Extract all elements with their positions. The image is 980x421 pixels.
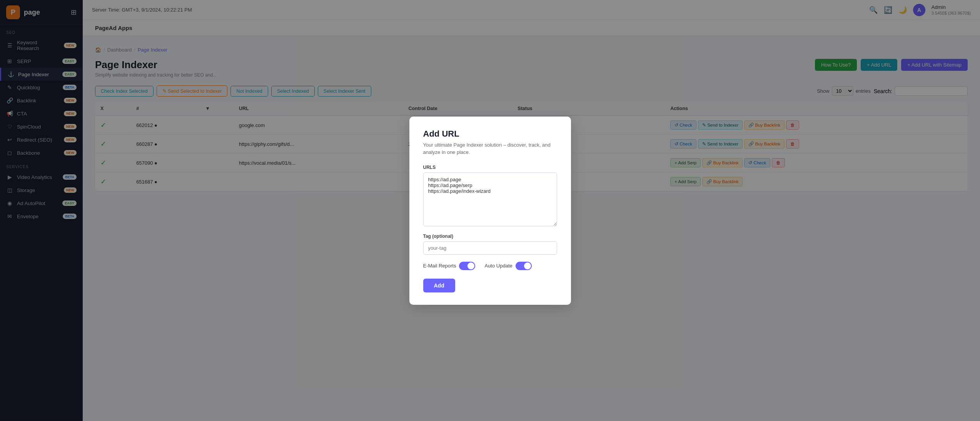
- email-reports-toggle[interactable]: ✓: [459, 262, 475, 270]
- modal-title: Add URL: [423, 129, 557, 139]
- auto-update-toggle[interactable]: ✓: [516, 262, 532, 270]
- toggle-check-icon: ✓: [527, 263, 530, 268]
- modal-overlay[interactable]: Add URL Your ultimate Page Indexer solut…: [0, 0, 980, 421]
- toggle-check-icon: ✓: [470, 263, 474, 268]
- email-reports-toggle-group: E-Mail Reports ✓: [423, 262, 476, 270]
- urls-textarea[interactable]: https://ad.page https://ad.page/serp htt…: [423, 172, 557, 226]
- modal-subtitle: Your ultimate Page Indexer solution – di…: [423, 141, 557, 156]
- add-url-modal: Add URL Your ultimate Page Indexer solut…: [409, 117, 571, 305]
- add-button[interactable]: Add: [423, 279, 455, 292]
- modal-toggles: E-Mail Reports ✓ Auto Update ✓: [423, 262, 557, 270]
- tag-input[interactable]: [423, 241, 557, 255]
- urls-label: URLS: [423, 165, 557, 170]
- auto-update-toggle-group: Auto Update ✓: [484, 262, 531, 270]
- auto-update-label: Auto Update: [484, 263, 512, 269]
- email-reports-label: E-Mail Reports: [423, 263, 456, 269]
- tag-label: Tag (optional): [423, 234, 557, 239]
